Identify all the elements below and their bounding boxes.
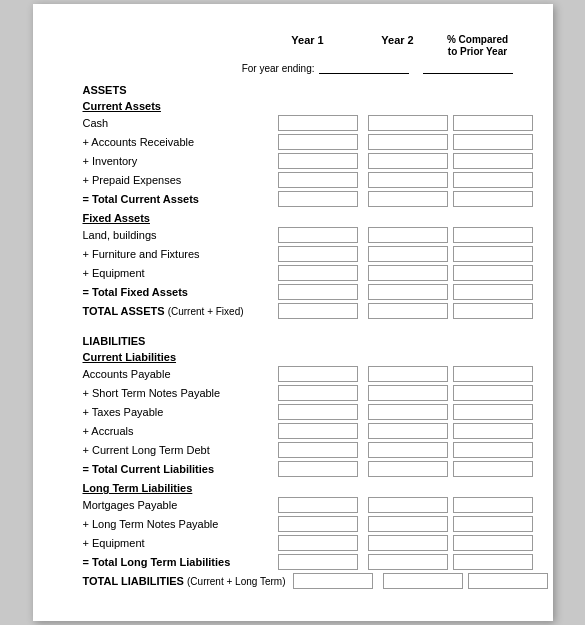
prep-pct-input[interactable]	[453, 172, 533, 188]
furn-pct-input[interactable]	[453, 246, 533, 262]
equip-a-year2-input[interactable]	[368, 265, 448, 281]
ltnp-year1-input[interactable]	[278, 516, 358, 532]
balance-sheet-page: Year 1 Year 2 % Compared to Prior Year F…	[33, 4, 553, 621]
tfa-year1-input[interactable]	[278, 284, 358, 300]
year1-date-field[interactable]	[319, 62, 409, 74]
prepaid-label: + Prepaid Expenses	[83, 174, 278, 186]
long-term-notes-label: + Long Term Notes Payable	[83, 518, 278, 530]
mort-year1-input[interactable]	[278, 497, 358, 513]
tcl-pct-input[interactable]	[453, 461, 533, 477]
tl-pct-input[interactable]	[468, 573, 548, 589]
stnp-year1-input[interactable]	[278, 385, 358, 401]
liabilities-section-title: LIABILITIES	[83, 335, 523, 347]
prepaid-row: + Prepaid Expenses	[83, 171, 523, 189]
inv-pct-input[interactable]	[453, 153, 533, 169]
acc-year2-input[interactable]	[368, 423, 448, 439]
cash-pct-input[interactable]	[453, 115, 533, 131]
tp-pct-input[interactable]	[453, 404, 533, 420]
total-current-assets-label: = Total Current Assets	[83, 193, 278, 205]
inv-year2-input[interactable]	[368, 153, 448, 169]
long-term-notes-row: + Long Term Notes Payable	[83, 515, 523, 533]
tfa-pct-input[interactable]	[453, 284, 533, 300]
for-year-row: For year ending:	[83, 62, 523, 74]
column-headers: Year 1 Year 2 % Compared to Prior Year	[83, 34, 523, 58]
mort-pct-input[interactable]	[453, 497, 533, 513]
tcl-year1-input[interactable]	[278, 461, 358, 477]
accounts-receivable-row: + Accounts Receivable	[83, 133, 523, 151]
equip-l-year2-input[interactable]	[368, 535, 448, 551]
taxes-payable-label: + Taxes Payable	[83, 406, 278, 418]
cltd-year2-input[interactable]	[368, 442, 448, 458]
accruals-row: + Accruals	[83, 422, 523, 440]
tfa-year2-input[interactable]	[368, 284, 448, 300]
acc-year1-input[interactable]	[278, 423, 358, 439]
stnp-pct-input[interactable]	[453, 385, 533, 401]
tcl-year2-input[interactable]	[368, 461, 448, 477]
year2-header: Year 2	[358, 34, 438, 58]
tca-year2-input[interactable]	[368, 191, 448, 207]
inventory-label: + Inventory	[83, 155, 278, 167]
total-current-assets-row: = Total Current Assets	[83, 190, 523, 208]
land-year2-input[interactable]	[368, 227, 448, 243]
prep-year2-input[interactable]	[368, 172, 448, 188]
tltl-year1-input[interactable]	[278, 554, 358, 570]
ar-year2-input[interactable]	[368, 134, 448, 150]
tltl-year2-input[interactable]	[368, 554, 448, 570]
land-year1-input[interactable]	[278, 227, 358, 243]
ar-pct-input[interactable]	[453, 134, 533, 150]
furniture-label: + Furniture and Fixtures	[83, 248, 278, 260]
ltnp-pct-input[interactable]	[453, 516, 533, 532]
ar-year1-input[interactable]	[278, 134, 358, 150]
cltd-pct-input[interactable]	[453, 442, 533, 458]
ltnp-year2-input[interactable]	[368, 516, 448, 532]
mortgages-label: Mortgages Payable	[83, 499, 278, 511]
ap-year2-input[interactable]	[368, 366, 448, 382]
total-fixed-assets-row: = Total Fixed Assets	[83, 283, 523, 301]
year2-date-field[interactable]	[423, 62, 513, 74]
equipment-liabilities-label: + Equipment	[83, 537, 278, 549]
equip-l-pct-input[interactable]	[453, 535, 533, 551]
ap-year1-input[interactable]	[278, 366, 358, 382]
mort-year2-input[interactable]	[368, 497, 448, 513]
fixed-assets-title: Fixed Assets	[83, 212, 523, 224]
long-term-liabilities-title: Long Term Liabilities	[83, 482, 523, 494]
equipment-liabilities-row: + Equipment	[83, 534, 523, 552]
prep-year1-input[interactable]	[278, 172, 358, 188]
current-long-term-debt-row: + Current Long Term Debt	[83, 441, 523, 459]
accounts-payable-row: Accounts Payable	[83, 365, 523, 383]
tca-year1-input[interactable]	[278, 191, 358, 207]
furn-year1-input[interactable]	[278, 246, 358, 262]
assets-section-title: ASSETS	[83, 84, 523, 96]
inv-year1-input[interactable]	[278, 153, 358, 169]
ta-year1-input[interactable]	[278, 303, 358, 319]
land-pct-input[interactable]	[453, 227, 533, 243]
tl-year1-input[interactable]	[293, 573, 373, 589]
furn-year2-input[interactable]	[368, 246, 448, 262]
equip-l-year1-input[interactable]	[278, 535, 358, 551]
cash-year2-input[interactable]	[368, 115, 448, 131]
total-assets-label: TOTAL ASSETS (Current + Fixed)	[83, 305, 278, 317]
current-liabilities-title: Current Liabilities	[83, 351, 523, 363]
pct-header: % Compared to Prior Year	[443, 34, 513, 58]
ap-pct-input[interactable]	[453, 366, 533, 382]
ta-pct-input[interactable]	[453, 303, 533, 319]
mortgages-row: Mortgages Payable	[83, 496, 523, 514]
acc-pct-input[interactable]	[453, 423, 533, 439]
total-current-liabilities-label: = Total Current Liabilities	[83, 463, 278, 475]
accounts-receivable-label: + Accounts Receivable	[83, 136, 278, 148]
equip-a-pct-input[interactable]	[453, 265, 533, 281]
year1-header: Year 1	[268, 34, 348, 58]
cash-year1-input[interactable]	[278, 115, 358, 131]
tca-pct-input[interactable]	[453, 191, 533, 207]
equip-a-year1-input[interactable]	[278, 265, 358, 281]
stnp-year2-input[interactable]	[368, 385, 448, 401]
cash-row: Cash	[83, 114, 523, 132]
ta-year2-input[interactable]	[368, 303, 448, 319]
total-long-term-liabilities-row: = Total Long Term Liabilities	[83, 553, 523, 571]
accounts-payable-label: Accounts Payable	[83, 368, 278, 380]
cltd-year1-input[interactable]	[278, 442, 358, 458]
tl-year2-input[interactable]	[383, 573, 463, 589]
tltl-pct-input[interactable]	[453, 554, 533, 570]
tp-year2-input[interactable]	[368, 404, 448, 420]
tp-year1-input[interactable]	[278, 404, 358, 420]
